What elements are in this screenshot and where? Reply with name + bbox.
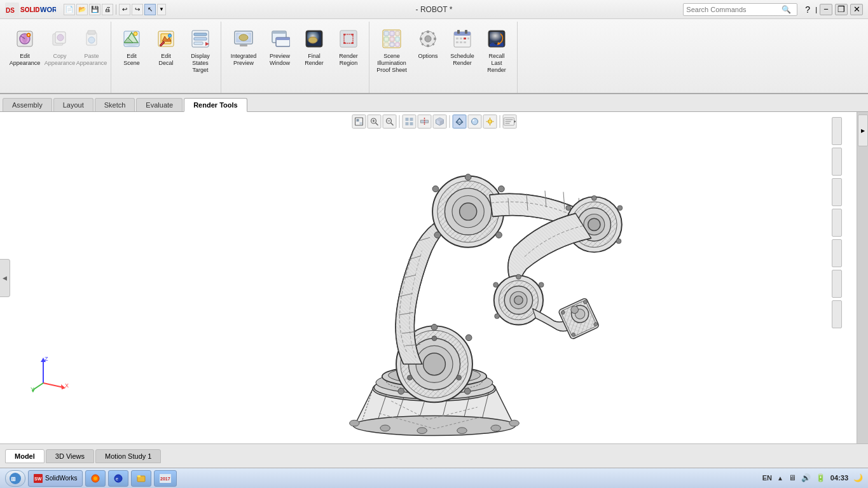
tabbar: Assembly Layout Sketch Evaluate Render T… (0, 94, 868, 112)
undo-icon[interactable]: ↩ (119, 4, 130, 15)
svg-rect-73 (460, 38, 462, 39)
save-icon[interactable]: 💾 (89, 4, 100, 15)
scene-illumination-button[interactable]: SceneIlluminationProof Sheet (373, 24, 410, 75)
svg-rect-71 (465, 30, 467, 34)
svg-point-162 (591, 195, 596, 200)
edit-scene-button[interactable]: EditScene (115, 24, 148, 75)
right-panel: ▶ (857, 112, 868, 443)
axes-indicator: Z X Y (31, 354, 69, 393)
bottom-tab-motion-study[interactable]: Motion Study 1 (95, 449, 161, 463)
clock: 04:33 (830, 473, 848, 482)
robot-model-area: .robot-line { stroke: #222; stroke-width… (11, 112, 857, 443)
right-panel-btn-5[interactable] (832, 239, 842, 267)
right-panel-btn-1[interactable] (832, 117, 842, 145)
svg-point-171 (514, 296, 523, 305)
arrow-up-icon[interactable]: ▲ (777, 475, 783, 482)
bottombar: Model 3D Views Motion Study 1 (0, 443, 868, 468)
open-icon[interactable]: 📂 (76, 4, 88, 15)
svg-point-141 (464, 388, 471, 394)
right-panel-btn-2[interactable] (832, 148, 842, 176)
taskbar-left: ⊞ SW SolidWorks e 2017 (5, 470, 177, 487)
edit-appearance-icon (13, 27, 36, 50)
svg-rect-72 (456, 38, 458, 39)
start-button[interactable]: ⊞ (5, 470, 25, 487)
bottom-tab-model[interactable]: Model (5, 449, 45, 463)
preview-window-button[interactable]: PreviewWindow (263, 24, 296, 75)
svg-rect-57 (396, 43, 399, 46)
notification-icon[interactable]: 🌙 (853, 473, 863, 482)
svg-point-200 (93, 477, 97, 480)
minimize-button[interactable]: − (820, 4, 832, 15)
right-panel-btn-7[interactable] (832, 300, 842, 328)
taskbar-right: EN ▲ 🖥 🔊 🔋 04:33 🌙 (762, 473, 863, 482)
svg-rect-26 (194, 38, 207, 40)
schedule-render-icon (451, 27, 474, 50)
tab-evaluate[interactable]: Evaluate (136, 98, 183, 111)
preview-group: IntegratedPreview PreviewWindow (221, 22, 369, 93)
display-states-target-button[interactable]: DisplayStatesTarget (184, 24, 217, 75)
search-input[interactable] (686, 6, 782, 13)
print-icon[interactable]: 🖨 (102, 4, 113, 15)
titlebar-left: DS SOLID SOLID WORKS 📄 📂 💾 🖨 ↩ ↪ ↖ ▼ (5, 3, 166, 17)
search-bar[interactable]: 🔍 (683, 3, 797, 16)
copy-appearance-button[interactable]: CopyAppearance (45, 24, 75, 75)
taskbar-app-sw2[interactable]: 2017 (154, 470, 177, 487)
schedule-render-button[interactable]: ScheduleRender (446, 24, 479, 75)
right-panel-btn-4[interactable] (832, 209, 842, 237)
bottom-tab-3d-views[interactable]: 3D Views (46, 449, 94, 463)
edit-appearance-label: EditAppearance (10, 53, 41, 67)
edit-decal-button[interactable]: EditDecal (149, 24, 183, 75)
svg-rect-42 (340, 31, 357, 47)
render-region-button[interactable]: RenderRegion (332, 24, 365, 75)
edit-appearance-button[interactable]: EditAppearance (6, 24, 43, 75)
main-area: ◀ (0, 112, 868, 443)
volume-icon[interactable]: 🔊 (801, 473, 811, 482)
options-button[interactable]: Options (411, 24, 444, 75)
search-icon: 🔍 (782, 5, 791, 14)
right-panel-btn-3[interactable] (832, 178, 842, 206)
tab-layout[interactable]: Layout (53, 98, 93, 111)
svg-point-146 (407, 375, 412, 380)
taskbar-app-sw[interactable]: SW SolidWorks (28, 470, 83, 487)
final-render-button[interactable]: FinalRender (298, 24, 331, 75)
svg-rect-25 (194, 33, 207, 36)
svg-point-172 (516, 274, 521, 279)
tb-dropdown[interactable]: ▼ (157, 4, 166, 15)
taskbar-app-folder[interactable] (131, 470, 151, 487)
titlebar: DS SOLID SOLID WORKS 📄 📂 💾 🖨 ↩ ↪ ↖ ▼ - R… (0, 0, 868, 19)
final-render-icon (303, 27, 326, 50)
viewport[interactable]: .robot-line { stroke: #222; stroke-width… (11, 112, 857, 443)
svg-rect-52 (384, 37, 389, 41)
preview-window-icon (268, 27, 291, 50)
integrated-preview-button[interactable]: IntegratedPreview (225, 24, 262, 75)
svg-point-152 (465, 174, 471, 180)
left-panel-collapse-button[interactable]: ◀ (0, 259, 10, 297)
paste-appearance-button[interactable]: PasteAppearance (76, 24, 107, 75)
taskbar-app-browser1[interactable] (85, 470, 106, 487)
svg-text:X: X (65, 382, 69, 389)
restore-button[interactable]: ❐ (835, 4, 848, 15)
redo-icon[interactable]: ↪ (132, 4, 143, 15)
svg-rect-61 (427, 45, 429, 47)
tab-sketch[interactable]: Sketch (95, 98, 135, 111)
tab-render-tools[interactable]: Render Tools (184, 98, 247, 112)
recall-last-render-button[interactable]: RecallLastRender (480, 24, 513, 75)
svg-point-40 (308, 37, 317, 43)
options-icon (417, 27, 439, 50)
paste-appearance-label: PasteAppearance (76, 53, 107, 67)
right-panel-collapse[interactable]: ▶ (858, 115, 868, 146)
right-panel-btn-6[interactable] (832, 270, 842, 298)
preview-buttons: IntegratedPreview PreviewWindow (225, 24, 365, 90)
new-icon[interactable]: 📄 (64, 4, 75, 15)
svg-rect-37 (276, 38, 290, 40)
help-icon[interactable]: ? (805, 4, 810, 15)
svg-rect-55 (384, 43, 389, 46)
svg-rect-75 (467, 38, 469, 39)
tab-assembly[interactable]: Assembly (3, 98, 52, 111)
svg-text:SOLID: SOLID (20, 6, 40, 13)
taskbar-app-browser2[interactable]: e (108, 470, 128, 487)
svg-rect-63 (434, 38, 436, 40)
svg-point-124 (490, 425, 500, 431)
close-button[interactable]: ✕ (850, 4, 863, 15)
cursor-icon[interactable]: ↖ (144, 4, 156, 15)
